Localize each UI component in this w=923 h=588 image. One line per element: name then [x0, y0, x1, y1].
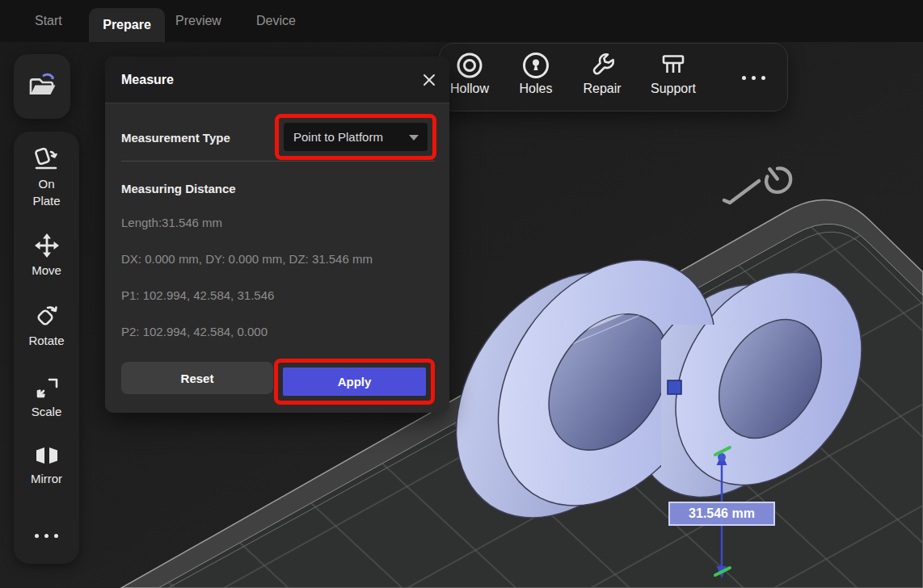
holes-icon	[521, 51, 550, 80]
measurement-type-dropdown[interactable]: Point to Platform	[284, 123, 428, 151]
annotation-dropdown-highlight: Point to Platform	[275, 114, 436, 160]
tab-prepare[interactable]: Prepare	[89, 8, 165, 42]
repair-icon	[588, 51, 617, 80]
hollow-icon	[455, 51, 484, 80]
tab-preview[interactable]: Preview	[175, 0, 221, 42]
sidebar-item-label: Move	[23, 262, 70, 279]
measure-dialog: Measure Measurement Type Point to Platfo…	[105, 57, 449, 413]
toolbar-item-repair[interactable]: Repair	[573, 51, 631, 96]
open-folder-icon	[24, 69, 60, 104]
ellipsis-icon	[724, 69, 782, 86]
sidebar-item-label: Mirror	[23, 470, 70, 487]
toolbar-item-label: Holes	[520, 82, 553, 95]
measure-point-marker	[668, 380, 681, 394]
scale-icon	[33, 375, 61, 401]
measurement-type-label: Measurement Type	[121, 131, 230, 145]
ellipsis-icon	[14, 527, 79, 544]
toolbar-more-button[interactable]	[724, 69, 782, 86]
tab-start[interactable]: Start	[35, 0, 62, 42]
move-icon	[33, 232, 61, 259]
dialog-divider	[121, 161, 435, 162]
sidebar-item-scale[interactable]: Scale	[14, 375, 79, 420]
on-plate-icon	[32, 147, 61, 173]
slicer-app-window: 31.546 mm Start Prepare Preview Device H…	[0, 0, 923, 588]
toolbar-item-label: Support	[651, 82, 696, 95]
reset-button[interactable]: Reset	[121, 362, 273, 394]
close-icon[interactable]	[422, 73, 436, 87]
toolbar-item-support[interactable]: Support	[644, 51, 702, 96]
distance-label: 31.546 mm	[668, 502, 775, 526]
measure-delta-values: DX: 0.000 mm, DY: 0.000 mm, DZ: 31.546 m…	[121, 252, 373, 266]
measure-dialog-header: Measure	[105, 57, 449, 103]
sidebar-item-move[interactable]: Move	[14, 232, 79, 279]
sidebar-item-rotate[interactable]: Rotate	[14, 304, 79, 349]
sidebar-more-button[interactable]	[14, 527, 79, 544]
open-file-button[interactable]	[14, 54, 70, 119]
apply-button[interactable]: Apply	[283, 368, 426, 396]
sidebar-item-label: Scale	[23, 403, 70, 420]
sidebar-item-label: Rotate	[23, 332, 70, 349]
toolbar-item-label: Repair	[583, 82, 621, 95]
sidebar-item-mirror[interactable]: Mirror	[14, 443, 79, 487]
toolbar-item-holes[interactable]: Holes	[507, 51, 565, 96]
sidebar-item-on-plate[interactable]: On Plate	[14, 147, 79, 209]
measure-length-value: Length:31.546 mm	[121, 216, 222, 229]
chevron-down-icon	[409, 135, 419, 141]
top-menu-bar: Start Prepare Preview Device	[0, 0, 923, 42]
sidebar-item-label: On Plate	[23, 175, 70, 209]
support-icon	[659, 51, 688, 80]
measure-p2-value: P2: 102.994, 42.584, 0.000	[121, 325, 268, 338]
toolbar-item-label: Hollow	[450, 82, 489, 95]
annotation-apply-highlight: Apply	[274, 359, 435, 405]
tab-device[interactable]: Device	[256, 0, 296, 42]
dialog-title: Measure	[121, 73, 174, 87]
measure-p1-value: P1: 102.994, 42.584, 31.546	[121, 288, 274, 302]
transform-tool-panel: On Plate Move Rotate Scale	[14, 132, 79, 564]
dropdown-value: Point to Platform	[293, 130, 383, 144]
measuring-distance-title: Measuring Distance	[121, 182, 236, 195]
mirror-icon	[32, 443, 61, 468]
rotate-icon	[33, 304, 61, 330]
model-edit-toolbar: Hollow Holes Repair Support	[439, 43, 788, 111]
